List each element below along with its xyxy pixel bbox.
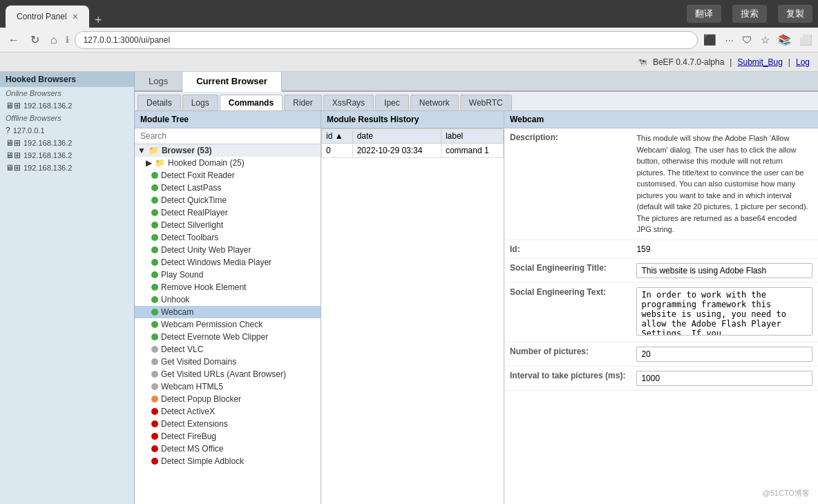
back-button[interactable]: ← — [6, 32, 22, 48]
new-tab-button[interactable]: + — [89, 13, 108, 28]
sidebar-item-offline-3[interactable]: 🖥⊞ 192.168.136.2 — [0, 149, 134, 162]
results-column: Module Results History id ▲ date label 0… — [321, 111, 504, 504]
col-id[interactable]: id ▲ — [322, 129, 353, 144]
search-button[interactable]: 搜索 — [732, 5, 767, 23]
win-icon: 🖥⊞ — [6, 138, 21, 148]
se-title-input[interactable] — [636, 263, 812, 278]
sidebar-item-offline-4[interactable]: 🖥⊞ 192.168.136.2 — [0, 162, 134, 174]
interval-value — [631, 366, 818, 390]
tree-item-popup[interactable]: Detect Popup Blocker — [135, 393, 321, 405]
tree-item-realplayer[interactable]: Detect RealPlayer — [135, 206, 321, 219]
tree-item-simple-adblock[interactable]: Detect Simple Adblock — [135, 455, 321, 467]
watermark: @51CTO博客 — [763, 488, 810, 498]
status-dot — [151, 197, 158, 204]
interval-input[interactable] — [636, 371, 812, 386]
status-dot — [151, 458, 158, 465]
detail-description-row: Description: This module will show the A… — [504, 128, 818, 240]
tree-item-remove-hook[interactable]: Remove Hook Element — [135, 281, 321, 293]
address-input[interactable] — [75, 31, 698, 49]
tree-item-wmp[interactable]: Detect Windows Media Player — [135, 256, 321, 269]
tree-item-firebug[interactable]: Detect FireBug — [135, 430, 321, 443]
submit-bug-link[interactable]: Submit_Bug — [737, 57, 782, 67]
reader-icon[interactable]: ⬛ — [703, 34, 716, 46]
sidebar-item-online-1[interactable]: 🖥⊞ 192.168.136.2 — [0, 99, 134, 112]
tab-logs[interactable]: Logs — [135, 72, 182, 90]
tree-item-extensions[interactable]: Detect Extensions — [135, 418, 321, 430]
module-tree-search[interactable] — [135, 128, 321, 144]
tree-item-quicktime[interactable]: Detect QuickTime — [135, 194, 321, 206]
ip-address: 192.168.136.2 — [23, 164, 72, 172]
tab-close-button[interactable]: × — [73, 11, 78, 22]
status-dot — [151, 284, 158, 291]
detail-se-text-row: Social Engineering Text: In order to wor… — [504, 282, 818, 342]
tree-item-visited-domains[interactable]: Get Visited Domains — [135, 356, 321, 368]
table-row[interactable]: 0 2022-10-29 03:34 command 1 — [322, 144, 504, 158]
tree-item-visited-urls[interactable]: Get Visited URLs (Avant Browser) — [135, 368, 321, 380]
translate-button[interactable]: 翻译 — [687, 5, 721, 23]
results-header: Module Results History — [321, 111, 504, 128]
library-icon[interactable]: 📚 — [778, 34, 791, 46]
col-date[interactable]: date — [352, 129, 441, 144]
tree-item-vlc[interactable]: Detect VLC — [135, 343, 321, 356]
num-pictures-input[interactable] — [636, 347, 812, 362]
cell-label: command 1 — [441, 144, 503, 158]
status-dot — [151, 433, 158, 440]
sidebar-item-offline-2[interactable]: 🖥⊞ 192.168.136.2 — [0, 137, 134, 149]
subtab-network[interactable]: Network — [410, 95, 459, 110]
status-dot — [151, 371, 158, 378]
tree-item-webcam-perm[interactable]: Webcam Permission Check — [135, 318, 321, 331]
tree-item-evernote[interactable]: Detect Evernote Web Clipper — [135, 331, 321, 343]
se-text-textarea[interactable]: In order to work with the programming fr… — [636, 287, 812, 336]
subtab-xssrays[interactable]: XssRays — [323, 95, 374, 110]
refresh-button[interactable]: ↻ — [28, 32, 42, 48]
detail-interval-row: Interval to take pictures (ms): — [504, 366, 818, 390]
subtab-rider[interactable]: Rider — [284, 95, 322, 110]
sidebar-icon[interactable]: ⬜ — [799, 34, 812, 46]
detail-header: Webcam — [504, 111, 818, 128]
sidebar-item-offline-1[interactable]: ? 127.0.0.1 — [0, 124, 134, 137]
status-dot — [151, 346, 158, 353]
copy-button[interactable]: 复製 — [778, 5, 812, 23]
se-title-value — [631, 258, 818, 282]
shield-icon[interactable]: 🛡 — [742, 34, 752, 46]
tree-item-activex[interactable]: Detect ActiveX — [135, 405, 321, 418]
tree-item-play-sound[interactable]: Play Sound — [135, 269, 321, 281]
tree-hooked-domain[interactable]: ▶ 📁 Hooked Domain (25) — [135, 157, 321, 169]
tree-item-silverlight[interactable]: Detect Silverlight — [135, 219, 321, 231]
collapse-icon: ▼ — [137, 146, 146, 155]
tree-item-ms-office[interactable]: Detect MS Office — [135, 443, 321, 455]
bookmark-icon[interactable]: ☆ — [761, 34, 770, 46]
sidebar: Hooked Browsers Online Browsers 🖥⊞ 192.1… — [0, 72, 135, 504]
subtab-commands[interactable]: Commands — [220, 95, 283, 110]
tab-current-browser[interactable]: Current Browser — [182, 72, 282, 92]
subtab-webrtc[interactable]: WebRTC — [460, 95, 512, 110]
status-dot — [151, 184, 158, 191]
tree-item-foxit[interactable]: Detect Foxit Reader — [135, 169, 321, 182]
tree-item-lastpass[interactable]: Detect LastPass — [135, 182, 321, 194]
log-link[interactable]: Log — [796, 57, 810, 67]
subtab-ipec[interactable]: Ipec — [375, 95, 409, 110]
active-tab[interactable]: Control Panel × — [6, 6, 89, 28]
detail-num-pictures-row: Number of pictures: — [504, 342, 818, 366]
tree-root[interactable]: ▼ 📁 Browser (53) — [135, 144, 321, 157]
status-dot — [151, 445, 158, 452]
tree-item-unhook[interactable]: Unhook — [135, 293, 321, 306]
status-dot — [151, 172, 158, 179]
tree-item-toolbars[interactable]: Detect Toolbars — [135, 231, 321, 244]
status-dot — [151, 296, 158, 303]
subtab-logs[interactable]: Logs — [182, 95, 218, 110]
subtab-details[interactable]: Details — [137, 95, 181, 110]
tree-item-webcam[interactable]: Webcam — [135, 306, 321, 318]
top-tabs: Logs Current Browser — [135, 72, 818, 92]
win-icon: 🖥⊞ — [6, 163, 21, 173]
module-tree-column: Module Tree ▼ 📁 Browser (53) ▶ 📁 Hooked … — [135, 111, 321, 504]
more-icon[interactable]: ··· — [725, 34, 734, 46]
home-button[interactable]: ⌂ — [48, 32, 60, 48]
interval-label: Interval to take pictures (ms): — [504, 366, 631, 390]
tree-item-unity[interactable]: Detect Unity Web Player — [135, 244, 321, 256]
col-label[interactable]: label — [441, 129, 503, 144]
tree-item-webcam-html5[interactable]: Webcam HTML5 — [135, 380, 321, 393]
se-text-value: In order to work with the programming fr… — [631, 282, 818, 342]
ip-address: 192.168.136.2 — [23, 151, 72, 159]
num-pictures-value — [631, 342, 818, 366]
